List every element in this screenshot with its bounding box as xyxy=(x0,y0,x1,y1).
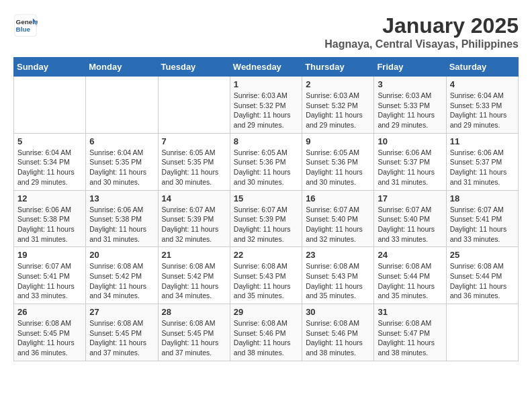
day-info: Sunrise: 6:03 AMSunset: 5:32 PMDaylight:… xyxy=(234,91,298,130)
calendar-cell: 26Sunrise: 6:08 AMSunset: 5:45 PMDayligh… xyxy=(14,304,86,361)
calendar-cell: 21Sunrise: 6:08 AMSunset: 5:42 PMDayligh… xyxy=(158,247,230,304)
day-info: Sunrise: 6:05 AMSunset: 5:35 PMDaylight:… xyxy=(162,148,226,187)
calendar-cell: 24Sunrise: 6:08 AMSunset: 5:44 PMDayligh… xyxy=(374,247,446,304)
day-info: Sunrise: 6:08 AMSunset: 5:46 PMDaylight:… xyxy=(234,318,298,358)
calendar-cell: 5Sunrise: 6:04 AMSunset: 5:34 PMDaylight… xyxy=(14,133,86,190)
calendar-cell: 18Sunrise: 6:07 AMSunset: 5:41 PMDayligh… xyxy=(446,190,518,247)
day-info: Sunrise: 6:08 AMSunset: 5:45 PMDaylight:… xyxy=(162,318,226,358)
week-row-5: 26Sunrise: 6:08 AMSunset: 5:45 PMDayligh… xyxy=(14,304,519,361)
day-number: 10 xyxy=(378,136,442,146)
day-info: Sunrise: 6:03 AMSunset: 5:32 PMDaylight:… xyxy=(306,91,370,130)
day-info: Sunrise: 6:06 AMSunset: 5:37 PMDaylight:… xyxy=(450,148,515,187)
day-number: 16 xyxy=(306,193,370,203)
day-info: Sunrise: 6:07 AMSunset: 5:40 PMDaylight:… xyxy=(306,205,370,244)
day-number: 24 xyxy=(378,250,442,260)
day-info: Sunrise: 6:08 AMSunset: 5:47 PMDaylight:… xyxy=(378,318,442,358)
calendar-cell: 4Sunrise: 6:04 AMSunset: 5:33 PMDaylight… xyxy=(446,77,518,134)
day-info: Sunrise: 6:08 AMSunset: 5:43 PMDaylight:… xyxy=(306,261,370,301)
day-info: Sunrise: 6:08 AMSunset: 5:45 PMDaylight:… xyxy=(17,318,82,358)
calendar-cell: 8Sunrise: 6:05 AMSunset: 5:36 PMDaylight… xyxy=(230,133,302,190)
calendar-cell: 10Sunrise: 6:06 AMSunset: 5:37 PMDayligh… xyxy=(374,133,446,190)
calendar-cell: 12Sunrise: 6:06 AMSunset: 5:38 PMDayligh… xyxy=(14,190,86,247)
calendar-cell: 11Sunrise: 6:06 AMSunset: 5:37 PMDayligh… xyxy=(446,133,518,190)
day-info: Sunrise: 6:06 AMSunset: 5:37 PMDaylight:… xyxy=(378,148,442,187)
weekday-header-tuesday: Tuesday xyxy=(158,58,230,77)
calendar-cell: 13Sunrise: 6:06 AMSunset: 5:38 PMDayligh… xyxy=(86,190,158,247)
calendar-cell xyxy=(446,304,518,361)
calendar-cell: 23Sunrise: 6:08 AMSunset: 5:43 PMDayligh… xyxy=(302,247,374,304)
calendar-cell xyxy=(86,77,158,134)
calendar-cell: 22Sunrise: 6:08 AMSunset: 5:43 PMDayligh… xyxy=(230,247,302,304)
week-row-2: 5Sunrise: 6:04 AMSunset: 5:34 PMDaylight… xyxy=(14,133,519,190)
subtitle: Hagnaya, Central Visayas, Philippines xyxy=(324,38,519,50)
day-number: 21 xyxy=(162,250,226,260)
day-number: 6 xyxy=(89,136,154,146)
day-info: Sunrise: 6:06 AMSunset: 5:38 PMDaylight:… xyxy=(89,205,154,244)
day-number: 11 xyxy=(450,136,515,146)
day-number: 25 xyxy=(450,250,515,260)
day-info: Sunrise: 6:03 AMSunset: 5:33 PMDaylight:… xyxy=(378,91,442,130)
week-row-4: 19Sunrise: 6:07 AMSunset: 5:41 PMDayligh… xyxy=(14,247,519,304)
day-info: Sunrise: 6:08 AMSunset: 5:42 PMDaylight:… xyxy=(89,261,154,301)
logo: General Blue xyxy=(13,13,38,38)
day-number: 20 xyxy=(89,250,154,260)
weekday-header-saturday: Saturday xyxy=(446,58,518,77)
day-info: Sunrise: 6:07 AMSunset: 5:39 PMDaylight:… xyxy=(162,205,226,244)
day-number: 14 xyxy=(162,193,226,203)
day-info: Sunrise: 6:08 AMSunset: 5:44 PMDaylight:… xyxy=(450,261,515,301)
weekday-header-wednesday: Wednesday xyxy=(230,58,302,77)
day-number: 3 xyxy=(378,79,442,89)
day-number: 17 xyxy=(378,193,442,203)
calendar-cell: 27Sunrise: 6:08 AMSunset: 5:45 PMDayligh… xyxy=(86,304,158,361)
weekday-header-monday: Monday xyxy=(86,58,158,77)
day-number: 15 xyxy=(234,193,298,203)
day-info: Sunrise: 6:08 AMSunset: 5:44 PMDaylight:… xyxy=(378,261,442,301)
day-number: 18 xyxy=(450,193,515,203)
day-info: Sunrise: 6:08 AMSunset: 5:42 PMDaylight:… xyxy=(162,261,226,301)
week-row-3: 12Sunrise: 6:06 AMSunset: 5:38 PMDayligh… xyxy=(14,190,519,247)
weekday-header-sunday: Sunday xyxy=(14,58,86,77)
calendar-cell: 2Sunrise: 6:03 AMSunset: 5:32 PMDaylight… xyxy=(302,77,374,134)
calendar-cell: 25Sunrise: 6:08 AMSunset: 5:44 PMDayligh… xyxy=(446,247,518,304)
day-number: 28 xyxy=(162,307,226,317)
day-info: Sunrise: 6:07 AMSunset: 5:41 PMDaylight:… xyxy=(450,205,515,244)
calendar-cell: 17Sunrise: 6:07 AMSunset: 5:40 PMDayligh… xyxy=(374,190,446,247)
page-header: General Blue January 2025 Hagnaya, Centr… xyxy=(13,13,519,50)
day-number: 30 xyxy=(306,307,370,317)
day-number: 29 xyxy=(234,307,298,317)
calendar-cell: 31Sunrise: 6:08 AMSunset: 5:47 PMDayligh… xyxy=(374,304,446,361)
day-number: 1 xyxy=(234,79,298,89)
calendar-cell xyxy=(14,77,86,134)
weekday-header-row: SundayMondayTuesdayWednesdayThursdayFrid… xyxy=(14,58,519,77)
weekday-header-friday: Friday xyxy=(374,58,446,77)
week-row-1: 1Sunrise: 6:03 AMSunset: 5:32 PMDaylight… xyxy=(14,77,519,134)
day-number: 27 xyxy=(89,307,154,317)
day-info: Sunrise: 6:04 AMSunset: 5:34 PMDaylight:… xyxy=(17,148,82,187)
day-number: 26 xyxy=(17,307,82,317)
title-block: January 2025 Hagnaya, Central Visayas, P… xyxy=(324,13,519,50)
day-number: 9 xyxy=(306,136,370,146)
svg-text:Blue: Blue xyxy=(16,26,31,33)
day-number: 5 xyxy=(17,136,82,146)
calendar-cell: 20Sunrise: 6:08 AMSunset: 5:42 PMDayligh… xyxy=(86,247,158,304)
day-info: Sunrise: 6:06 AMSunset: 5:38 PMDaylight:… xyxy=(17,205,82,244)
day-info: Sunrise: 6:07 AMSunset: 5:40 PMDaylight:… xyxy=(378,205,442,244)
calendar-cell: 30Sunrise: 6:08 AMSunset: 5:46 PMDayligh… xyxy=(302,304,374,361)
day-number: 22 xyxy=(234,250,298,260)
calendar-cell: 9Sunrise: 6:05 AMSunset: 5:36 PMDaylight… xyxy=(302,133,374,190)
day-number: 19 xyxy=(17,250,82,260)
day-number: 8 xyxy=(234,136,298,146)
day-info: Sunrise: 6:05 AMSunset: 5:36 PMDaylight:… xyxy=(234,148,298,187)
day-info: Sunrise: 6:07 AMSunset: 5:39 PMDaylight:… xyxy=(234,205,298,244)
logo-icon: General Blue xyxy=(13,13,38,38)
calendar-cell: 16Sunrise: 6:07 AMSunset: 5:40 PMDayligh… xyxy=(302,190,374,247)
main-title: January 2025 xyxy=(324,13,519,38)
day-info: Sunrise: 6:05 AMSunset: 5:36 PMDaylight:… xyxy=(306,148,370,187)
calendar-cell xyxy=(158,77,230,134)
day-number: 4 xyxy=(450,79,515,89)
day-info: Sunrise: 6:08 AMSunset: 5:45 PMDaylight:… xyxy=(89,318,154,358)
day-number: 31 xyxy=(378,307,442,317)
weekday-header-thursday: Thursday xyxy=(302,58,374,77)
calendar-cell: 19Sunrise: 6:07 AMSunset: 5:41 PMDayligh… xyxy=(14,247,86,304)
calendar-cell: 29Sunrise: 6:08 AMSunset: 5:46 PMDayligh… xyxy=(230,304,302,361)
